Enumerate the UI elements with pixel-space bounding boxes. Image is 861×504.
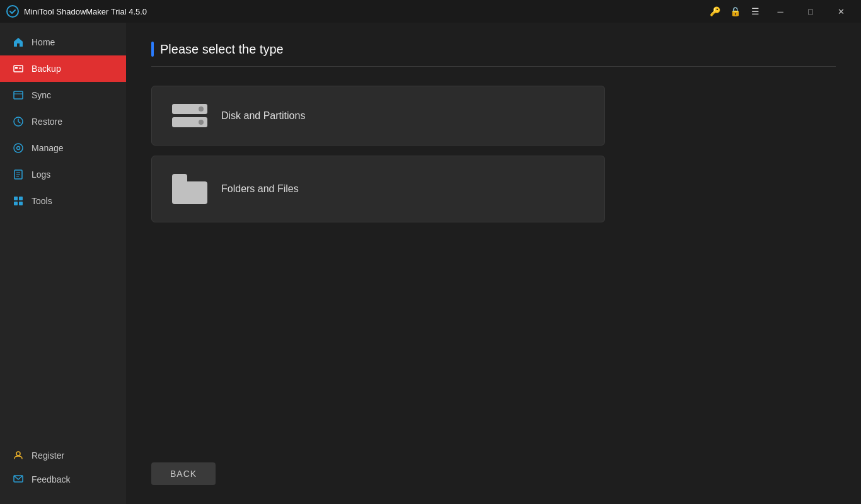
svg-rect-16 [14, 202, 18, 205]
content-area: Please select the type Disk and Partitio… [126, 23, 861, 504]
svg-rect-1 [14, 66, 23, 72]
sidebar-item-logs[interactable]: Logs [0, 161, 126, 188]
app-logo-icon [6, 5, 19, 18]
maximize-button[interactable]: □ [797, 3, 824, 20]
svg-rect-14 [14, 197, 18, 200]
minimize-button[interactable]: ─ [766, 3, 794, 20]
sidebar-item-home[interactable]: Home [0, 29, 126, 55]
restore-icon [13, 116, 24, 127]
home-icon [13, 37, 24, 48]
header-accent-bar [151, 42, 154, 57]
sidebar-item-sync[interactable]: Sync [0, 82, 126, 108]
svg-rect-2 [15, 67, 18, 69]
tools-icon [13, 195, 24, 207]
folders-files-card[interactable]: Folders and Files [151, 156, 605, 222]
disk-partitions-card[interactable]: Disk and Partitions [151, 86, 605, 146]
disk-partitions-label: Disk and Partitions [221, 110, 305, 122]
svg-rect-17 [19, 202, 23, 205]
sidebar-item-manage[interactable]: Manage [0, 135, 126, 161]
back-button[interactable]: BACK [151, 462, 216, 485]
titlebar: MiniTool ShadowMaker Trial 4.5.0 🔑 🔒 ☰ ─… [0, 0, 861, 23]
disk-partitions-icon [171, 104, 209, 127]
sidebar-item-restore[interactable]: Restore [0, 108, 126, 135]
svg-point-0 [7, 6, 18, 17]
svg-rect-15 [19, 197, 23, 200]
svg-point-18 [16, 452, 20, 455]
sidebar-bottom: Register Feedback [0, 444, 126, 504]
logs-icon [13, 169, 24, 180]
key-icon[interactable]: 🔑 [706, 3, 724, 20]
svg-rect-3 [19, 67, 21, 67]
sidebar-item-tools[interactable]: Tools [0, 188, 126, 214]
feedback-icon [13, 474, 24, 485]
app-title: MiniTool ShadowMaker Trial 4.5.0 [6, 5, 706, 18]
manage-icon [13, 142, 24, 154]
sync-icon [13, 89, 24, 101]
page-title: Please select the type [160, 42, 284, 57]
close-button[interactable]: ✕ [827, 3, 855, 20]
folders-files-icon [171, 174, 209, 204]
menu-icon[interactable]: ☰ [746, 3, 764, 20]
svg-point-8 [14, 144, 23, 152]
page-header: Please select the type [151, 42, 836, 67]
sidebar-item-backup[interactable]: Backup [0, 55, 126, 82]
window-controls: 🔑 🔒 ☰ ─ □ ✕ [706, 3, 855, 20]
svg-point-9 [17, 147, 20, 150]
register-icon [13, 450, 24, 461]
sidebar-item-feedback[interactable]: Feedback [0, 467, 126, 491]
svg-rect-4 [19, 68, 21, 69]
folders-files-label: Folders and Files [221, 183, 299, 195]
lock-icon[interactable]: 🔒 [726, 3, 744, 20]
sidebar-item-register[interactable]: Register [0, 444, 126, 467]
sidebar: Home Backup Sync Restore [0, 23, 126, 504]
app-body: Home Backup Sync Restore [0, 23, 861, 504]
svg-rect-5 [14, 91, 23, 99]
backup-icon [13, 63, 24, 74]
